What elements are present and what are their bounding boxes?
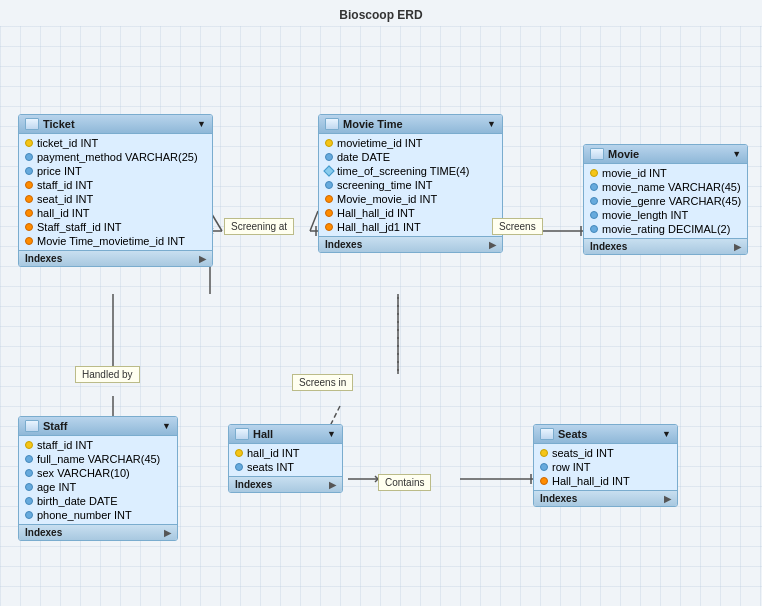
movie-table-icon: [590, 148, 604, 160]
indexes-arrow: ▶: [489, 240, 496, 250]
table-row: birth_date DATE: [19, 494, 177, 508]
table-row: movietime_id INT: [319, 136, 502, 150]
ticket-indexes[interactable]: Indexes ▶: [19, 250, 212, 266]
pk-icon: [235, 449, 243, 457]
field-icon: [325, 153, 333, 161]
field-icon: [590, 183, 598, 191]
movietime-table[interactable]: Movie Time ▼ movietime_id INT date DATE …: [318, 114, 503, 253]
pk-icon: [540, 449, 548, 457]
fk-icon: [25, 195, 33, 203]
fk-icon: [25, 237, 33, 245]
ticket-table-header: Ticket ▼: [19, 115, 212, 134]
field-icon: [235, 463, 243, 471]
fk-icon: [325, 195, 333, 203]
seats-chevron[interactable]: ▼: [662, 429, 671, 439]
erd-canvas: Ticket ▼ ticket_id INT payment_method VA…: [0, 26, 762, 606]
fk-icon: [325, 209, 333, 217]
fk-icon: [540, 477, 548, 485]
seats-table-header: Seats ▼: [534, 425, 677, 444]
contains-label: Contains: [378, 474, 431, 491]
table-row: movie_genre VARCHAR(45): [584, 194, 747, 208]
fk-icon: [25, 181, 33, 189]
screening-at-label: Screening at: [224, 218, 294, 235]
field-icon: [590, 225, 598, 233]
table-row: seats INT: [229, 460, 342, 474]
staff-table-body: staff_id INT full_name VARCHAR(45) sex V…: [19, 436, 177, 524]
table-row: movie_id INT: [584, 166, 747, 180]
page-title: Bioscoop ERD: [0, 0, 762, 26]
field-icon: [25, 483, 33, 491]
table-row: seat_id INT: [19, 192, 212, 206]
ticket-table-icon: [25, 118, 39, 130]
movietime-table-icon: [325, 118, 339, 130]
field-icon: [590, 211, 598, 219]
ticket-table[interactable]: Ticket ▼ ticket_id INT payment_method VA…: [18, 114, 213, 267]
hall-table-header: Hall ▼: [229, 425, 342, 444]
movie-table-header: Movie ▼: [584, 145, 747, 164]
table-row: staff_id INT: [19, 438, 177, 452]
ticket-table-body: ticket_id INT payment_method VARCHAR(25)…: [19, 134, 212, 250]
staff-table-name: Staff: [43, 420, 67, 432]
movietime-chevron[interactable]: ▼: [487, 119, 496, 129]
field-icon: [25, 469, 33, 477]
indexes-arrow: ▶: [734, 242, 741, 252]
indexes-arrow: ▶: [329, 480, 336, 490]
fk-icon: [25, 223, 33, 231]
table-row: movie_name VARCHAR(45): [584, 180, 747, 194]
table-row: Hall_hall_jd1 INT: [319, 220, 502, 234]
pk-icon: [590, 169, 598, 177]
hall-table-body: hall_id INT seats INT: [229, 444, 342, 476]
table-row: staff_id INT: [19, 178, 212, 192]
table-row: Hall_hall_id INT: [534, 474, 677, 488]
field-icon: [25, 455, 33, 463]
staff-chevron[interactable]: ▼: [162, 421, 171, 431]
hall-table-name: Hall: [253, 428, 273, 440]
table-row: ticket_id INT: [19, 136, 212, 150]
staff-table-header: Staff ▼: [19, 417, 177, 436]
indexes-arrow: ▶: [164, 528, 171, 538]
hall-chevron[interactable]: ▼: [327, 429, 336, 439]
table-row: date DATE: [319, 150, 502, 164]
movie-table[interactable]: Movie ▼ movie_id INT movie_name VARCHAR(…: [583, 144, 748, 255]
field-icon: [25, 497, 33, 505]
table-row: Movie_movie_id INT: [319, 192, 502, 206]
screens-in-label: Screens in: [292, 374, 353, 391]
staff-table[interactable]: Staff ▼ staff_id INT full_name VARCHAR(4…: [18, 416, 178, 541]
movie-chevron[interactable]: ▼: [732, 149, 741, 159]
field-icon: [323, 165, 334, 176]
table-row: phone_number INT: [19, 508, 177, 522]
table-row: movie_rating DECIMAL(2): [584, 222, 747, 236]
table-row: movie_length INT: [584, 208, 747, 222]
pk-icon: [325, 139, 333, 147]
hall-table-icon: [235, 428, 249, 440]
seats-indexes[interactable]: Indexes ▶: [534, 490, 677, 506]
ticket-chevron[interactable]: ▼: [197, 119, 206, 129]
ticket-table-name: Ticket: [43, 118, 75, 130]
field-icon: [25, 511, 33, 519]
seats-table-icon: [540, 428, 554, 440]
field-icon: [25, 153, 33, 161]
field-icon: [540, 463, 548, 471]
fk-icon: [325, 223, 333, 231]
indexes-arrow: ▶: [199, 254, 206, 264]
table-row: age INT: [19, 480, 177, 494]
movie-indexes[interactable]: Indexes ▶: [584, 238, 747, 254]
hall-indexes[interactable]: Indexes ▶: [229, 476, 342, 492]
table-row: seats_id INT: [534, 446, 677, 460]
field-icon: [325, 181, 333, 189]
pk-icon: [25, 441, 33, 449]
svg-line-2: [310, 211, 318, 231]
table-row: Staff_staff_id INT: [19, 220, 212, 234]
table-row: Movie Time_movietime_id INT: [19, 234, 212, 248]
table-row: price INT: [19, 164, 212, 178]
table-row: Hall_hall_id INT: [319, 206, 502, 220]
hall-table[interactable]: Hall ▼ hall_id INT seats INT Indexes ▶: [228, 424, 343, 493]
table-row: full_name VARCHAR(45): [19, 452, 177, 466]
pk-icon: [25, 139, 33, 147]
indexes-arrow: ▶: [664, 494, 671, 504]
movietime-indexes[interactable]: Indexes ▶: [319, 236, 502, 252]
movietime-table-body: movietime_id INT date DATE time_of_scree…: [319, 134, 502, 236]
table-row: hall_id INT: [19, 206, 212, 220]
staff-indexes[interactable]: Indexes ▶: [19, 524, 177, 540]
seats-table[interactable]: Seats ▼ seats_id INT row INT Hall_hall_i…: [533, 424, 678, 507]
